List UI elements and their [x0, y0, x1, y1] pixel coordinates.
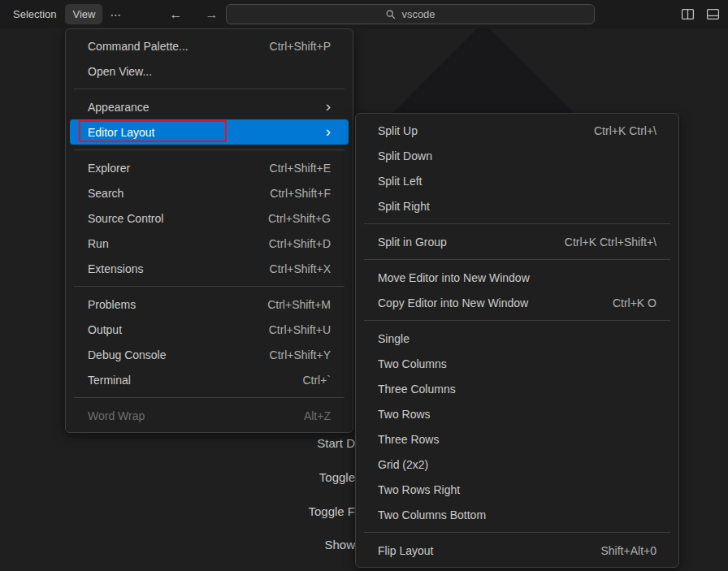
menu-item-label: Copy Editor into New Window	[378, 296, 593, 309]
menu-item-label: Split Right	[378, 200, 656, 213]
menu-item-debug-console[interactable]: Debug ConsoleCtrl+Shift+Y	[70, 342, 349, 367]
menu-item-shortcut: Ctrl+K O	[613, 296, 656, 309]
menu-item-run[interactable]: RunCtrl+Shift+D	[70, 231, 349, 256]
background-text-fragment: Toggle F	[308, 504, 355, 518]
menubar-item-selection[interactable]: Selection	[6, 4, 63, 24]
customize-layout-icon[interactable]	[706, 7, 720, 21]
menu-item-move-editor-into-new-window[interactable]: Move Editor into New Window	[360, 265, 674, 290]
menu-item-shortcut: Ctrl+`	[302, 374, 331, 387]
menu-separator	[74, 89, 344, 89]
menu-separator	[74, 149, 344, 150]
menu-item-label: Three Columns	[378, 383, 656, 396]
forward-arrow-icon[interactable]: →	[198, 6, 224, 24]
menu-item-shortcut: Ctrl+Shift+P	[270, 40, 331, 53]
menu-item-output[interactable]: OutputCtrl+Shift+U	[70, 317, 349, 342]
menu-item-shortcut: Ctrl+Shift+F	[270, 187, 331, 200]
menu-item-label: Split Up	[378, 124, 574, 137]
menu-separator	[74, 397, 344, 398]
menu-item-shortcut: Alt+Z	[304, 409, 331, 422]
titlebar: Selection View ⋯ ← → vscode	[0, 0, 728, 28]
menu-item-shortcut: Ctrl+K Ctrl+\	[594, 124, 656, 137]
menu-item-search[interactable]: SearchCtrl+Shift+F	[70, 180, 349, 205]
menu-item-label: Open View...	[88, 65, 331, 78]
view-menu: Command Palette...Ctrl+Shift+POpen View.…	[65, 28, 353, 433]
menu-item-source-control[interactable]: Source ControlCtrl+Shift+G	[70, 205, 349, 231]
menu-item-label: Command Palette...	[88, 40, 250, 53]
menu-separator	[364, 259, 670, 260]
menu-item-two-columns[interactable]: Two Columns	[360, 351, 674, 376]
menu-item-label: Search	[88, 187, 250, 200]
menu-item-label: Move Editor into New Window	[378, 271, 656, 284]
menu-item-editor-layout[interactable]: Editor Layout›	[70, 119, 349, 145]
menu-item-label: Run	[88, 237, 249, 250]
menu-item-label: Flip Layout	[378, 544, 582, 557]
menu-item-label: Problems	[88, 298, 248, 311]
menu-item-label: Editor Layout	[88, 126, 313, 139]
menu-item-split-in-group[interactable]: Split in GroupCtrl+K Ctrl+Shift+\	[360, 229, 674, 254]
search-icon	[385, 9, 396, 20]
menu-item-label: Split Down	[378, 149, 656, 162]
background-text-fragment: Start D	[317, 436, 355, 450]
menu-item-split-up[interactable]: Split UpCtrl+K Ctrl+\	[360, 118, 674, 143]
menu-item-label: Split in Group	[378, 236, 545, 249]
submenu-arrow-icon: ›	[326, 123, 331, 139]
menu-item-shortcut: Ctrl+Shift+U	[269, 323, 331, 336]
menu-item-label: Source Control	[88, 212, 249, 225]
menu-item-command-palette[interactable]: Command Palette...Ctrl+Shift+P	[70, 33, 349, 58]
menu-item-split-right[interactable]: Split Right	[360, 193, 674, 218]
menu-item-split-left[interactable]: Split Left	[360, 168, 674, 193]
editor-layout-submenu: Split UpCtrl+K Ctrl+\Split DownSplit Lef…	[355, 113, 679, 568]
command-center-search[interactable]: vscode	[226, 4, 595, 24]
background-text-fragment: Show	[324, 538, 355, 552]
menu-item-label: Split Left	[378, 175, 656, 188]
split-editor-icon[interactable]	[681, 7, 695, 21]
menu-item-label: Two Columns	[378, 357, 656, 370]
menu-item-label: Extensions	[88, 262, 250, 275]
menu-item-terminal[interactable]: TerminalCtrl+`	[70, 367, 349, 392]
menu-item-explorer[interactable]: ExplorerCtrl+Shift+E	[70, 155, 349, 180]
menu-item-label: Two Rows Right	[378, 483, 656, 496]
menu-item-label: Two Rows	[378, 408, 656, 421]
menu-item-word-wrap[interactable]: Word WrapAlt+Z	[70, 403, 349, 428]
background-text-fragment: Toggle	[319, 470, 355, 484]
menu-item-single[interactable]: Single	[360, 326, 674, 351]
menu-item-shortcut: Ctrl+K Ctrl+Shift+\	[565, 236, 656, 249]
menu-item-label: Terminal	[88, 374, 283, 387]
menu-item-extensions[interactable]: ExtensionsCtrl+Shift+X	[70, 256, 349, 281]
menu-item-label: Explorer	[88, 162, 250, 175]
back-arrow-icon[interactable]: ←	[162, 6, 188, 24]
menu-item-two-rows-right[interactable]: Two Rows Right	[360, 477, 674, 502]
menu-item-label: Grid (2x2)	[378, 458, 656, 471]
menu-item-label: Appearance	[88, 101, 313, 114]
menu-item-three-columns[interactable]: Three Columns	[360, 376, 674, 401]
menu-item-label: Two Columns Bottom	[378, 508, 656, 521]
menu-item-flip-layout[interactable]: Flip LayoutShift+Alt+0	[360, 538, 674, 563]
menu-item-shortcut: Shift+Alt+0	[601, 544, 657, 557]
search-value: vscode	[401, 8, 435, 20]
menu-item-three-rows[interactable]: Three Rows	[360, 426, 674, 452]
menu-item-shortcut: Ctrl+Shift+E	[270, 162, 331, 175]
menu-item-shortcut: Ctrl+Shift+G	[268, 212, 331, 225]
menu-item-shortcut: Ctrl+Shift+M	[267, 298, 331, 311]
menu-item-shortcut: Ctrl+Shift+Y	[270, 348, 331, 361]
menu-item-split-down[interactable]: Split Down	[360, 143, 674, 168]
menu-item-open-view[interactable]: Open View...	[70, 58, 349, 84]
menu-separator	[364, 223, 670, 224]
menu-item-label: Debug Console	[88, 348, 250, 361]
menu-item-two-columns-bottom[interactable]: Two Columns Bottom	[360, 502, 674, 527]
menu-item-two-rows[interactable]: Two Rows	[360, 401, 674, 426]
menu-item-grid-2x2[interactable]: Grid (2x2)	[360, 452, 674, 477]
menu-item-label: Three Rows	[378, 433, 656, 446]
menu-separator	[364, 532, 670, 533]
submenu-arrow-icon: ›	[326, 98, 331, 114]
menu-separator	[74, 286, 344, 287]
menu-item-appearance[interactable]: Appearance›	[70, 94, 349, 119]
menu-item-shortcut: Ctrl+Shift+X	[270, 262, 331, 275]
titlebar-right-actions	[681, 0, 720, 28]
menu-item-label: Output	[88, 323, 249, 336]
menu-item-problems[interactable]: ProblemsCtrl+Shift+M	[70, 292, 349, 317]
menubar-more-icon[interactable]: ⋯	[103, 4, 128, 25]
menu-item-label: Word Wrap	[88, 409, 284, 422]
menu-item-copy-editor-into-new-window[interactable]: Copy Editor into New WindowCtrl+K O	[360, 290, 674, 315]
menubar-item-view[interactable]: View	[65, 4, 102, 24]
